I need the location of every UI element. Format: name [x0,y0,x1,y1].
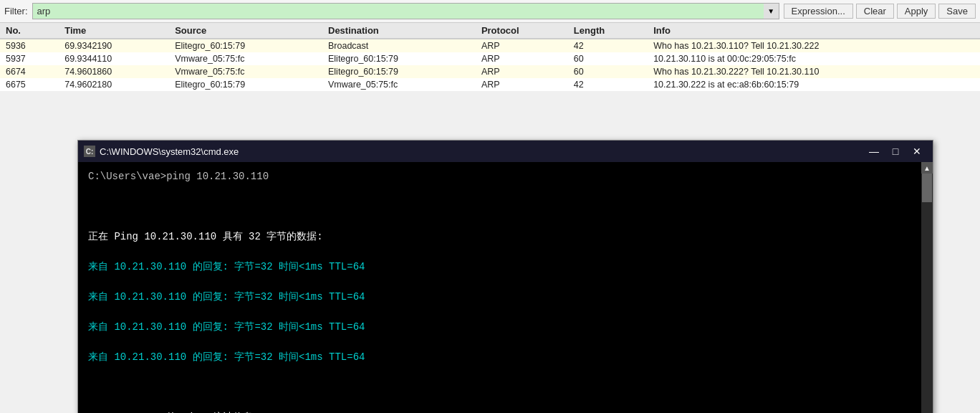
col-header-protocol: Protocol [476,23,568,39]
cell-protocol: ARP [476,52,568,65]
cell-source: Elitegro_60:15:79 [169,78,322,91]
cell-time: 69.9344110 [59,52,169,65]
filter-bar: Filter: ▼ Expression... Clear Apply Save [0,0,980,23]
cmd-line: 来自 10.21.30.110 的回复: 字节=32 时间<1ms TTL=64 [88,350,911,365]
cmd-titlebar: C: C:\WINDOWS\system32\cmd.exe — □ ✕ [78,141,933,162]
filter-input[interactable] [32,3,779,19]
scrollbar-up-button[interactable]: ▲ [921,162,933,174]
filter-input-wrapper: ▼ [32,3,779,19]
cmd-line: 来自 10.21.30.110 的回复: 字节=32 时间<1ms TTL=64 [88,260,911,275]
cmd-line: C:\Users\vae>ping 10.21.30.110 [88,169,911,184]
cell-protocol: ARP [476,78,568,91]
cell-protocol: ARP [476,65,568,78]
clear-button[interactable]: Clear [856,4,894,19]
cmd-line: 来自 10.21.30.110 的回复: 字节=32 时间<1ms TTL=64 [88,320,911,335]
filter-label: Filter: [4,6,28,16]
table-row[interactable]: 667574.9602180Elitegro_60:15:79Vmware_05… [0,78,980,91]
scrollbar-thumb[interactable] [922,174,932,202]
cell-length: 60 [568,65,648,78]
table-row[interactable]: 593769.9344110Vmware_05:75:fcElitegro_60… [0,52,980,65]
col-header-no: No. [0,23,59,39]
scrollbar-track [921,174,933,413]
cell-source: Elitegro_60:15:79 [169,39,322,52]
cmd-line [88,199,911,214]
cell-length: 60 [568,52,648,65]
col-header-time: Time [59,23,169,39]
cmd-line: 来自 10.21.30.110 的回复: 字节=32 时间<1ms TTL=64 [88,290,911,305]
cmd-content: C:\Users\vae>ping 10.21.30.110 正在 Ping 1… [78,162,921,413]
save-button[interactable]: Save [938,4,976,19]
cmd-close-button[interactable]: ✕ [907,144,927,158]
cell-source: Vmware_05:75:fc [169,65,322,78]
packet-table: No. Time Source Destination Protocol Len… [0,23,980,91]
cmd-scrollbar: ▲ ▼ [921,162,933,413]
cell-source: Vmware_05:75:fc [169,52,322,65]
cell-info: Who has 10.21.30.222? Tell 10.21.30.110 [648,65,980,78]
cell-no: 6675 [0,78,59,91]
filter-actions: Expression... Clear Apply Save [784,4,976,19]
col-header-length: Length [568,23,648,39]
apply-button[interactable]: Apply [897,4,936,19]
cell-no: 5937 [0,52,59,65]
table-row[interactable]: 667474.9601860Vmware_05:75:fcElitegro_60… [0,65,980,78]
cmd-maximize-button[interactable]: □ [885,144,905,158]
cell-time: 74.9602180 [59,78,169,91]
cmd-title: C:\WINDOWS\system32\cmd.exe [100,146,860,157]
col-header-source: Source [169,23,322,39]
cmd-line: 正在 Ping 10.21.30.110 具有 32 字节的数据: [88,229,911,245]
spacer [0,91,980,113]
cmd-line [88,380,911,395]
table-row[interactable]: 593669.9342190Elitegro_60:15:79Broadcast… [0,39,980,52]
cell-time: 74.9601860 [59,65,169,78]
cell-info: 10.21.30.222 is at ec:a8:6b:60:15:79 [648,78,980,91]
cmd-icon: C: [84,146,95,157]
cell-time: 69.9342190 [59,39,169,52]
cmd-line: 10.21.30.110 的 Ping 统计信息: [88,410,911,413]
cmd-icon-label: C: [86,148,94,156]
expression-button[interactable]: Expression... [784,4,853,19]
cmd-minimize-button[interactable]: — [864,144,884,158]
cell-info: 10.21.30.110 is at 00:0c:29:05:75:fc [648,52,980,65]
cell-length: 42 [568,78,648,91]
cell-length: 42 [568,39,648,52]
cmd-window: C: C:\WINDOWS\system32\cmd.exe — □ ✕ C:\… [77,140,933,413]
cell-no: 5936 [0,39,59,52]
filter-dropdown-button[interactable]: ▼ [764,3,779,19]
cmd-controls: — □ ✕ [864,144,927,158]
cell-no: 6674 [0,65,59,78]
col-header-destination: Destination [322,23,476,39]
cell-destination: Vmware_05:75:fc [322,78,476,91]
cell-protocol: ARP [476,39,568,52]
cell-info: Who has 10.21.30.110? Tell 10.21.30.222 [648,39,980,52]
cmd-body: C:\Users\vae>ping 10.21.30.110 正在 Ping 1… [78,162,933,413]
col-header-info: Info [648,23,980,39]
cell-destination: Elitegro_60:15:79 [322,52,476,65]
cell-destination: Broadcast [322,39,476,52]
cell-destination: Elitegro_60:15:79 [322,65,476,78]
